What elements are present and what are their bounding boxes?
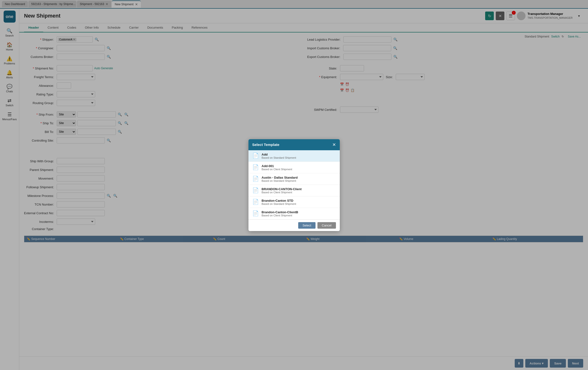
template-sub: Based on Client Shipment xyxy=(262,168,336,171)
template-info: Add-001 Based on Client Shipment xyxy=(262,164,336,171)
template-info: Brandon-Canton STD Based on Standard Shi… xyxy=(262,199,336,205)
template-sub: Based on Client Shipment xyxy=(262,191,336,194)
template-info: Austin - Dallas Standard Based on Standa… xyxy=(262,176,336,182)
document-icon: 📄 xyxy=(252,199,259,205)
template-sub: Based on Standard Shipment xyxy=(262,202,336,205)
template-name: BRANDON-CANTON-Client xyxy=(262,187,336,191)
template-item-add[interactable]: 📄 Add Based on Standard Shipment xyxy=(249,150,340,162)
template-sub: Based on Standard Shipment xyxy=(262,179,336,182)
template-info: Add Based on Standard Shipment xyxy=(262,153,336,159)
template-info: BRANDON-CANTON-Client Based on Client Sh… xyxy=(262,187,336,194)
modal-cancel-button[interactable]: Cancel xyxy=(317,222,336,229)
document-icon: 📄 xyxy=(252,176,259,182)
document-icon: 📄 xyxy=(252,187,259,194)
modal-title: Select Template xyxy=(252,142,279,147)
modal-close-button[interactable]: ✕ xyxy=(332,142,336,147)
template-item-brandon-canton-clientb[interactable]: 📄 Brandon-Canton-ClientB Based on Client… xyxy=(249,208,340,219)
modal-header: Select Template ✕ xyxy=(249,139,340,150)
template-name: Austin - Dallas Standard xyxy=(262,176,336,179)
template-item-brandon-canton-client[interactable]: 📄 BRANDON-CANTON-Client Based on Client … xyxy=(249,185,340,196)
template-info: Brandon-Canton-ClientB Based on Client S… xyxy=(262,210,336,217)
template-item-austin-dallas[interactable]: 📄 Austin - Dallas Standard Based on Stan… xyxy=(249,173,340,185)
template-sub: Based on Standard Shipment xyxy=(262,156,336,159)
modal-body: 📄 Add Based on Standard Shipment 📄 Add-0… xyxy=(249,150,340,219)
document-icon: 📄 xyxy=(252,153,259,159)
template-name: Add-001 xyxy=(262,164,336,168)
document-icon: 📄 xyxy=(252,210,259,217)
close-icon: ✕ xyxy=(332,142,336,147)
template-name: Brandon-Canton STD xyxy=(262,199,336,202)
template-item-brandon-canton-std[interactable]: 📄 Brandon-Canton STD Based on Standard S… xyxy=(249,196,340,208)
modal-overlay[interactable]: Select Template ✕ 📄 Add Based on Standar… xyxy=(0,0,588,370)
template-name: Add xyxy=(262,153,336,156)
template-sub: Based on Client Shipment xyxy=(262,214,336,217)
document-icon: 📄 xyxy=(252,164,259,170)
template-item-add-001[interactable]: 📄 Add-001 Based on Client Shipment xyxy=(249,162,340,173)
modal-select-button[interactable]: Select xyxy=(298,222,315,229)
modal-footer: Select Cancel xyxy=(249,219,340,231)
template-name: Brandon-Canton-ClientB xyxy=(262,210,336,214)
select-template-modal: Select Template ✕ 📄 Add Based on Standar… xyxy=(249,139,340,231)
